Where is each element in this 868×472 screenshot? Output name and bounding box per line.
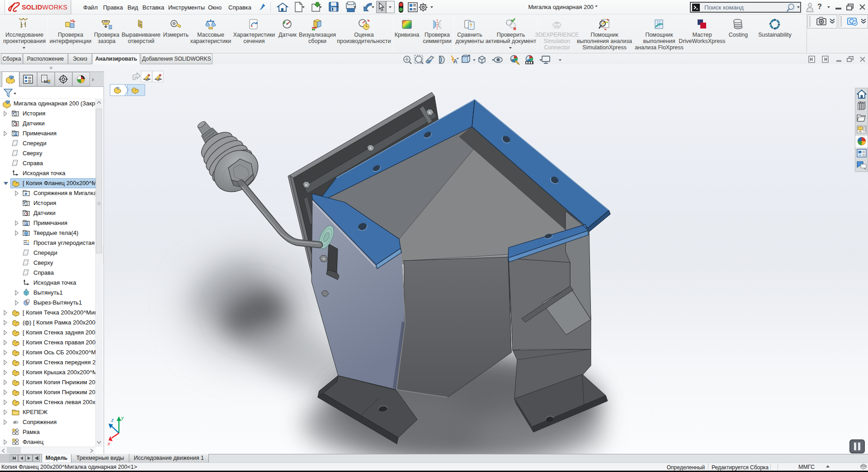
svg-text:A: A — [453, 58, 458, 65]
svg-text:x: x — [107, 441, 110, 446]
svg-text:SOLIDWORKS: SOLIDWORKS — [22, 4, 67, 11]
svg-text:z: z — [111, 417, 114, 423]
